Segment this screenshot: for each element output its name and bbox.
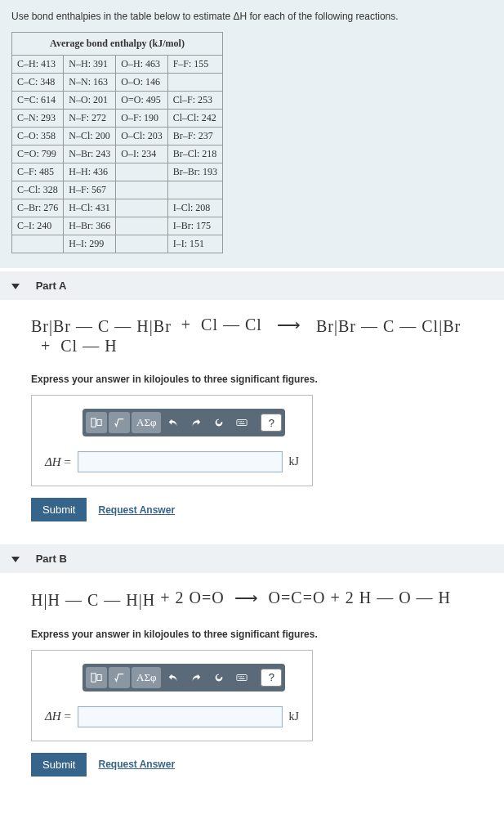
table-cell: C–N: 293 xyxy=(12,109,64,127)
table-cell: O–H: 463 xyxy=(116,55,167,73)
unit-b: kJ xyxy=(289,710,299,723)
svg-rect-3 xyxy=(239,421,240,422)
table-cell: H–F: 567 xyxy=(64,181,116,199)
undo-icon[interactable] xyxy=(163,412,184,433)
format-toolbar-b: ΑΣφ ? xyxy=(83,664,285,692)
table-cell: C–Cl: 328 xyxy=(12,181,64,199)
table-row: C–H: 413N–H: 391O–H: 463F–F: 155 xyxy=(12,55,223,73)
part-b-body: H|H — C — H|H + 2 O=O ⟶ O=C=O + 2 H — O … xyxy=(0,573,504,795)
instruction-b: Express your answer in kilojoules to thr… xyxy=(31,629,481,640)
table-row: C–F: 485H–H: 436Br–Br: 193 xyxy=(12,163,223,181)
part-a-header[interactable]: Part A xyxy=(0,271,504,300)
table-cell xyxy=(167,181,222,199)
svg-rect-11 xyxy=(241,676,243,677)
table-row: C–Br: 276H–Cl: 431I–Cl: 208 xyxy=(12,199,223,217)
table-cell: F–F: 155 xyxy=(167,55,222,73)
request-answer-link-b[interactable]: Request Answer xyxy=(98,759,175,770)
table-cell: C–O: 358 xyxy=(12,127,64,145)
undo-icon[interactable] xyxy=(163,667,184,688)
svg-rect-2 xyxy=(237,420,247,426)
svg-rect-1 xyxy=(97,420,101,426)
svg-rect-4 xyxy=(241,421,243,422)
reaction-a: Br|Br — C — H|Br + Cl — Cl ⟶ Br|Br — C —… xyxy=(31,315,481,356)
table-cell xyxy=(167,73,222,91)
help-button[interactable]: ? xyxy=(261,414,282,432)
keyboard-icon[interactable] xyxy=(231,667,252,688)
redo-icon[interactable] xyxy=(185,412,207,433)
table-cell: C–F: 485 xyxy=(12,163,64,181)
greek-symbols-button[interactable]: ΑΣφ xyxy=(132,412,161,433)
svg-rect-10 xyxy=(239,676,240,677)
table-cell: C–H: 413 xyxy=(12,55,64,73)
sqrt-icon[interactable] xyxy=(109,667,130,688)
unit-a: kJ xyxy=(289,455,299,468)
submit-button-b[interactable]: Submit xyxy=(31,753,87,777)
table-cell: C–C: 348 xyxy=(12,73,64,91)
svg-rect-12 xyxy=(243,676,244,677)
svg-rect-9 xyxy=(237,674,247,680)
delta-h-label-b: ΔH = xyxy=(45,709,71,723)
submit-button-a[interactable]: Submit xyxy=(31,498,87,521)
svg-rect-0 xyxy=(91,418,96,427)
table-row: C–N: 293N–F: 272O–F: 190Cl–Cl: 242 xyxy=(12,109,223,127)
table-cell xyxy=(116,181,167,199)
table-cell: N–O: 201 xyxy=(64,91,116,109)
answer-box-a: ΑΣφ ? ΔH = kJ xyxy=(31,395,313,486)
intro-text: Use bond enthalpies in the table below t… xyxy=(11,10,493,24)
table-cell: N–F: 272 xyxy=(64,109,116,127)
delta-h-label-a: ΔH = xyxy=(45,455,71,469)
table-row: C–I: 240H–Br: 366I–Br: 175 xyxy=(12,217,223,235)
table-row: C=C: 614N–O: 201O=O: 495Cl–F: 253 xyxy=(12,91,223,109)
table-header: Average bond enthalpy (kJ/mol) xyxy=(12,32,223,55)
reset-icon[interactable] xyxy=(208,667,230,688)
part-a-title: Part A xyxy=(36,280,67,292)
table-cell: H–I: 299 xyxy=(64,235,116,253)
table-cell: C–I: 240 xyxy=(12,217,64,235)
table-cell: C=O: 799 xyxy=(12,145,64,163)
table-cell: I–Br: 175 xyxy=(167,217,222,235)
table-cell xyxy=(116,199,167,217)
table-cell: N–N: 163 xyxy=(64,73,116,91)
reset-icon[interactable] xyxy=(208,412,230,433)
table-cell: I–Cl: 208 xyxy=(167,199,222,217)
table-cell: Br–Cl: 218 xyxy=(167,145,222,163)
sqrt-icon[interactable] xyxy=(109,412,130,433)
instruction-a: Express your answer in kilojoules to thr… xyxy=(31,374,481,385)
table-cell: O–F: 190 xyxy=(116,109,167,127)
chevron-down-icon xyxy=(11,557,20,562)
table-cell: Br–Br: 193 xyxy=(167,163,222,181)
template-icon[interactable] xyxy=(86,412,107,433)
table-cell: N–Br: 243 xyxy=(64,145,116,163)
svg-rect-6 xyxy=(239,423,245,424)
answer-box-b: ΑΣφ ? ΔH = kJ xyxy=(31,650,313,741)
part-a-body: Br|Br — C — H|Br + Cl — Cl ⟶ Br|Br — C —… xyxy=(0,300,504,541)
greek-symbols-button[interactable]: ΑΣφ xyxy=(132,667,161,688)
help-button[interactable]: ? xyxy=(261,669,282,687)
template-icon[interactable] xyxy=(86,667,107,688)
table-row: C=O: 799N–Br: 243O–I: 234Br–Cl: 218 xyxy=(12,145,223,163)
format-toolbar-a: ΑΣφ ? xyxy=(83,409,285,436)
table-cell: O=O: 495 xyxy=(116,91,167,109)
keyboard-icon[interactable] xyxy=(231,412,252,433)
table-cell: Cl–F: 253 xyxy=(167,91,222,109)
table-cell xyxy=(116,163,167,181)
table-cell: H–Br: 366 xyxy=(64,217,116,235)
reaction-b: H|H — C — H|H + 2 O=O ⟶ O=C=O + 2 H — O … xyxy=(31,588,481,610)
table-row: C–Cl: 328H–F: 567 xyxy=(12,181,223,199)
part-b-header[interactable]: Part B xyxy=(0,544,504,573)
table-cell: O–O: 146 xyxy=(116,73,167,91)
svg-rect-8 xyxy=(97,674,101,680)
bond-enthalpy-table: Average bond enthalpy (kJ/mol) C–H: 413N… xyxy=(11,32,223,253)
answer-input-a[interactable] xyxy=(78,451,283,472)
chevron-down-icon xyxy=(11,284,20,289)
table-cell: Br–F: 237 xyxy=(167,127,222,145)
redo-icon[interactable] xyxy=(185,667,207,688)
table-row: C–O: 358N–Cl: 200O–Cl: 203Br–F: 237 xyxy=(12,127,223,145)
request-answer-link-a[interactable]: Request Answer xyxy=(98,504,175,516)
answer-input-b[interactable] xyxy=(78,706,283,727)
svg-rect-5 xyxy=(243,421,244,422)
table-cell: H–H: 436 xyxy=(64,163,116,181)
table-cell: O–Cl: 203 xyxy=(116,127,167,145)
table-cell: Cl–Cl: 242 xyxy=(167,109,222,127)
svg-rect-7 xyxy=(91,673,96,682)
